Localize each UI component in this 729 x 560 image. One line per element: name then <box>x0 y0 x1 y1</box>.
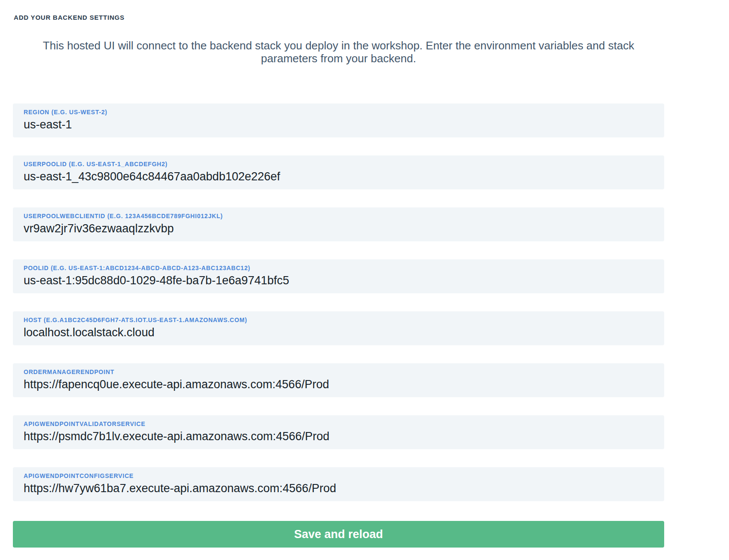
userpoolid-input[interactable] <box>24 169 653 184</box>
field-apigwendpointvalidatorservice: APIGWENDPOINTVALIDATORSERVICE <box>13 415 664 449</box>
ordermanagerendpoint-input[interactable] <box>24 377 653 392</box>
field-userpoolwebclientid-label: USERPOOLWEBCLIENTID (E.G. 123A456BCDE789… <box>24 213 653 220</box>
settings-form: REGION (E.G. US-WEST-2) USERPOOLID (E.G.… <box>13 103 664 501</box>
field-region: REGION (E.G. US-WEST-2) <box>13 103 664 137</box>
save-and-reload-button[interactable]: Save and reload <box>13 521 664 548</box>
field-userpoolid-label: USERPOOLID (E.G. US-EAST-1_ABCDEFGH2) <box>24 161 653 168</box>
field-poolid: POOLID (E.G. US-EAST-1:ABCD1234-ABCD-ABC… <box>13 259 664 293</box>
field-host-label: HOST (E.G.A1BC2C45D6FGH7-ATS.IOT.US-EAST… <box>24 317 653 324</box>
poolid-input[interactable] <box>24 273 653 288</box>
form-actions: Save and reload <box>13 521 664 548</box>
region-input[interactable] <box>24 117 653 132</box>
field-apigwendpointconfigservice-label: APIGWENDPOINTCONFIGSERVICE <box>24 472 653 480</box>
field-userpoolid: USERPOOLID (E.G. US-EAST-1_ABCDEFGH2) <box>13 155 664 189</box>
backend-settings-page: ADD YOUR BACKEND SETTINGS This hosted UI… <box>0 0 729 548</box>
field-ordermanagerendpoint: ORDERMANAGERENDPOINT <box>13 363 664 397</box>
field-poolid-label: POOLID (E.G. US-EAST-1:ABCD1234-ABCD-ABC… <box>24 265 653 272</box>
field-host: HOST (E.G.A1BC2C45D6FGH7-ATS.IOT.US-EAST… <box>13 311 664 345</box>
userpoolwebclientid-input[interactable] <box>24 221 653 236</box>
field-apigwendpointconfigservice: APIGWENDPOINTCONFIGSERVICE <box>13 467 664 501</box>
intro-text: This hosted UI will connect to the backe… <box>17 39 661 65</box>
field-apigwendpointvalidatorservice-label: APIGWENDPOINTVALIDATORSERVICE <box>24 420 653 428</box>
host-input[interactable] <box>24 325 653 340</box>
apigwendpointvalidatorservice-input[interactable] <box>24 429 653 444</box>
field-region-label: REGION (E.G. US-WEST-2) <box>24 109 653 116</box>
field-userpoolwebclientid: USERPOOLWEBCLIENTID (E.G. 123A456BCDE789… <box>13 207 664 241</box>
apigwendpointconfigservice-input[interactable] <box>24 481 653 496</box>
field-ordermanagerendpoint-label: ORDERMANAGERENDPOINT <box>24 368 653 376</box>
page-title: ADD YOUR BACKEND SETTINGS <box>14 14 664 21</box>
